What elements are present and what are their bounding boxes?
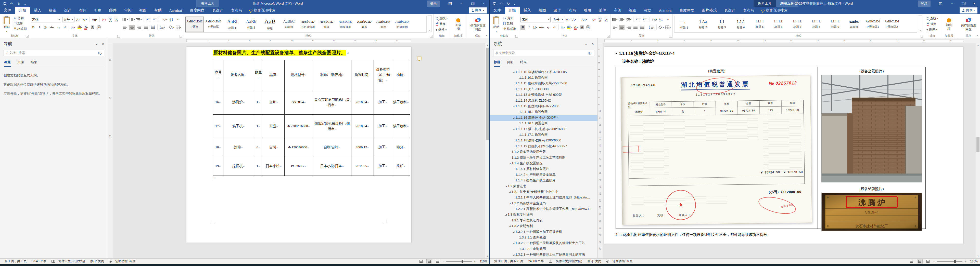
track-changes-indicator[interactable]: 修订: 关闭 xyxy=(585,259,604,263)
nav-heading-item[interactable]: 1.1.1.17.1 购置合同 xyxy=(490,132,598,138)
ribbon-tab-8[interactable]: 审阅 xyxy=(120,6,135,14)
ribbon-tab-11[interactable]: Acrobat xyxy=(165,7,186,14)
table-cell[interactable]: 沸腾炉 xyxy=(223,90,254,115)
ribbon-tab-11[interactable]: Acrobat xyxy=(655,7,676,14)
expand-triangle-icon[interactable]: ◢ xyxy=(512,105,515,108)
close-icon[interactable]: × xyxy=(969,0,980,7)
style-item[interactable]: AaBbCcDdE↵无间隔 xyxy=(204,17,223,32)
asian-layout-button[interactable]: ᠀A▾ xyxy=(652,17,657,22)
grow-font-button[interactable]: A▲ xyxy=(76,17,81,22)
style-item[interactable]: 1.1.1.1标题 5 xyxy=(751,17,769,32)
shading-button[interactable]: ▾ xyxy=(169,25,174,30)
nav-tab-1[interactable]: 页面 xyxy=(18,60,24,67)
multilevel-list-button[interactable]: ▾ xyxy=(136,17,142,22)
expand-triangle-icon[interactable]: ◢ xyxy=(512,231,515,233)
collapse-ribbon-icon[interactable]: ⌃ xyxy=(977,35,978,38)
word-count[interactable]: 24380 个字 xyxy=(526,259,546,263)
dialog-launcher-icon[interactable]: ⌟ xyxy=(430,35,433,38)
expand-triangle-icon[interactable]: ◢ xyxy=(508,191,512,193)
character-shading-button[interactable]: A xyxy=(580,25,584,30)
collapse-ribbon-icon[interactable]: ⌃ xyxy=(486,35,488,38)
table-cell[interactable]: 日本小松 xyxy=(263,157,285,176)
nav-heading-item[interactable]: ◢1.3.2.1 一种膨润土加工用破碎机 xyxy=(490,229,598,235)
distribute-button[interactable] xyxy=(150,25,156,30)
table-cell[interactable]: 2010.04 xyxy=(352,90,374,115)
nav-heading-item[interactable]: ◢1.1.4 生产线配置情况 xyxy=(490,160,598,166)
bullet-list-button[interactable]: ▾ xyxy=(612,17,617,22)
style-item[interactable]: AaBbCcD明显强调 xyxy=(336,17,355,32)
nav-heading-item[interactable]: 1.3.2.2.1 查询截图 xyxy=(490,246,598,252)
nav-heading-item[interactable]: ◢1.2 荣誉证书 xyxy=(490,184,598,189)
decrease-indent-button[interactable] xyxy=(146,17,151,22)
ribbon-tab-1[interactable]: 开始 xyxy=(15,6,30,14)
style-item[interactable]: AaBbC副标题 xyxy=(280,17,298,32)
ribbon-tab-5[interactable]: 布局 xyxy=(75,6,90,14)
expand-triangle-icon[interactable]: ◢ xyxy=(508,202,512,204)
dialog-launcher-icon[interactable]: ⌟ xyxy=(921,35,923,38)
highlight-color-button[interactable]: ab▾ xyxy=(77,25,83,30)
nav-heading-item[interactable]: 1.1.1.10.1 购置合同 xyxy=(490,75,598,81)
nav-heading-item[interactable]: 1.3.2.3.1 查询截图 xyxy=(490,258,598,258)
scroll-down-icon[interactable]: ▼ xyxy=(485,254,489,258)
ribbon-tab-4[interactable]: 设计 xyxy=(550,6,565,14)
print-layout-icon[interactable] xyxy=(917,259,923,263)
scrollbar-thumb[interactable] xyxy=(977,137,980,152)
table-header-cell[interactable]: 设备类型（加工/检验） xyxy=(374,60,392,90)
shrink-font-button[interactable]: A▼ xyxy=(83,17,88,22)
expand-triangle-icon[interactable]: ◢ xyxy=(512,71,515,73)
style-item[interactable]: AaBbCcDd↵无间隔1 xyxy=(864,17,882,32)
tell-me-search[interactable]: 操作说明搜索 xyxy=(246,8,279,14)
ribbon-tab-3[interactable]: 绘图 xyxy=(535,6,550,14)
nav-tab-2[interactable]: 结果 xyxy=(520,60,527,67)
styles-gallery-more-icon[interactable]: ⌄ xyxy=(918,15,923,32)
equipment-panorama-photo[interactable] xyxy=(822,75,921,182)
style-item[interactable]: AaBbCcDd↵无间隔2 xyxy=(883,17,901,32)
comment-icon[interactable] xyxy=(417,57,422,60)
style-item[interactable]: AaBb标题 2 xyxy=(242,17,260,32)
nav-pane-dropdown-icon[interactable]: ⌄ xyxy=(585,42,587,46)
ribbon-display-options-icon[interactable] xyxy=(935,0,947,7)
undo-icon[interactable]: ↶▾ xyxy=(10,2,14,6)
format-painter-button[interactable]: 格式刷 xyxy=(13,27,27,31)
equipment-table[interactable]: 序号设备名称数量品牌规格型号制造厂家/产地购置时间设备类型（加工/检验）功能16… xyxy=(213,60,410,176)
style-item[interactable]: 1.1.1标题 4 xyxy=(732,17,750,32)
table-cell[interactable]: 2006.12 xyxy=(352,138,374,157)
nav-heading-item[interactable]: 1.1.1.15.1 购置合同 xyxy=(490,109,598,115)
distribute-button[interactable] xyxy=(640,25,645,30)
font-size-select[interactable]: 五号▾ xyxy=(552,17,564,22)
copy-button[interactable]: 复制 xyxy=(13,21,27,26)
nav-pane-dropdown-icon[interactable]: ⌄ xyxy=(95,42,98,46)
nav-heading-item[interactable]: ◢1.1.1.17 烘干机-宏盛-φ2200*16000 xyxy=(490,127,598,132)
subscript-button[interactable]: x₂ xyxy=(56,25,61,30)
table-cell[interactable]: 1 xyxy=(254,157,263,176)
table-cell[interactable]: 黄石市建材节能总厂/黄石市 xyxy=(313,90,352,115)
table-cell[interactable]: 加工 xyxy=(374,138,392,157)
read-mode-icon[interactable] xyxy=(909,259,915,263)
nav-tab-0[interactable]: 标题 xyxy=(4,60,11,67)
ribbon-tab-2[interactable]: 插入 xyxy=(520,6,535,14)
nav-heading-item[interactable]: ◢1.1.1.15 圆盘喂料机-JNYP800 xyxy=(490,103,598,109)
cut-button[interactable]: ✂剪切 xyxy=(503,16,517,21)
search-options-chevron-icon[interactable]: ▾ xyxy=(101,52,102,54)
find-button[interactable]: 查找▾ xyxy=(926,16,939,21)
phonetic-guide-button[interactable]: wén文 xyxy=(598,17,603,22)
track-changes-indicator[interactable]: 修订: 关闭 xyxy=(88,259,107,263)
table-cell[interactable]: 2011.05 xyxy=(352,157,374,176)
search-icon[interactable] xyxy=(588,52,590,54)
table-cell[interactable]: PC-360-7 xyxy=(285,157,313,176)
ribbon-tab-10[interactable]: 帮助 xyxy=(640,6,655,14)
numbered-list-button[interactable]: ▾ xyxy=(619,17,625,22)
redo-icon[interactable]: ↻ xyxy=(18,2,20,6)
zoom-in-icon[interactable]: + xyxy=(964,260,966,263)
nav-heading-item[interactable]: ◢1.3.2.2 一种膨润土无机凝胶及其低能耗生产工艺 xyxy=(490,241,598,246)
increase-indent-button[interactable] xyxy=(153,17,158,22)
paste-button[interactable]: 粘贴▾ xyxy=(2,15,12,34)
change-case-button[interactable]: Aa▾ xyxy=(581,17,587,22)
nav-heading-item[interactable]: 1.1.1.16.1 购置合同 xyxy=(490,121,598,127)
borders-button[interactable]: ▾ xyxy=(665,25,671,30)
add-ins-button[interactable]: 加载项 xyxy=(942,15,955,34)
nav-heading-item[interactable]: ◢1.3.2 发明专利 xyxy=(490,223,598,229)
nav-heading-item[interactable]: 1.1.1.11 破碎对辊机-万荣-φ500*700 xyxy=(490,81,598,86)
table-cell[interactable]: 16 xyxy=(213,90,223,115)
style-item[interactable]: 一、标题 1 xyxy=(675,17,694,32)
